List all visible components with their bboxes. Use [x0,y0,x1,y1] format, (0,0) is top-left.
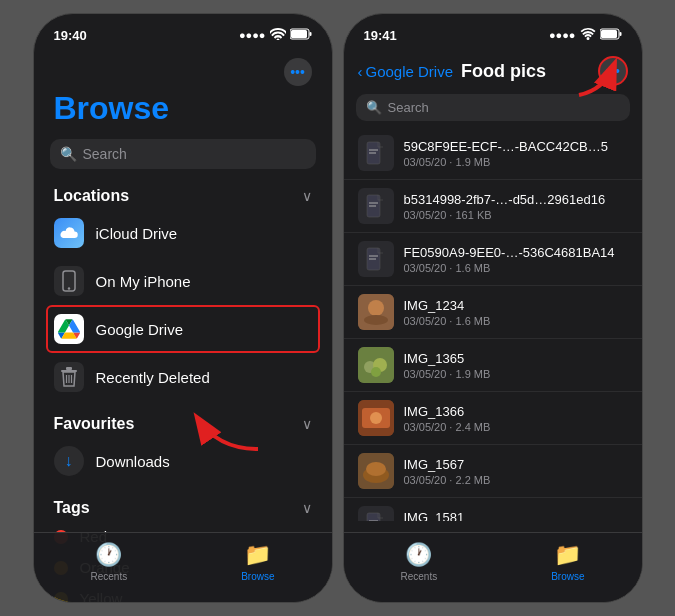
status-icons-left: ●●●● [239,28,312,43]
file-meta-5: 03/05/20 · 2.4 MB [404,421,628,433]
file-name-5: IMG_1366 [404,404,628,419]
tab-bar-left: 🕐 Recents 📁 Browse [34,532,332,602]
locations-chevron: ∨ [302,188,312,204]
tab-browse-left[interactable]: 📁 Browse [241,542,274,582]
file-item-7[interactable]: IMG_1581 03/05/20 · 2.4 MB [344,498,642,521]
back-chevron: ‹ [358,63,363,80]
file-thumb-4 [358,347,394,383]
food-pics-title: Food pics [461,61,589,82]
file-info-6: IMG_1567 03/05/20 · 2.2 MB [404,457,628,486]
file-meta-1: 03/05/20 · 161 KB [404,209,628,221]
file-name-3: IMG_1234 [404,298,628,313]
back-button[interactable]: ‹ Google Drive [358,63,454,80]
browse-icon-left: 📁 [244,542,271,568]
file-item-2[interactable]: FE0590A9-9EE0-…-536C4681BA14 03/05/20 · … [344,233,642,286]
tags-label: Tags [54,499,90,517]
file-thumb-0 [358,135,394,171]
svg-rect-5 [66,367,72,370]
svg-rect-2 [309,32,311,36]
recently-deleted-item[interactable]: Recently Deleted [34,353,332,401]
file-meta-0: 03/05/20 · 1.9 MB [404,156,628,168]
file-info-7: IMG_1581 03/05/20 · 2.4 MB [404,510,628,522]
search-icon-left: 🔍 [60,146,77,162]
gdrive-icon [54,314,84,344]
search-placeholder-right: Search [388,100,429,115]
file-thumb-7 [358,506,394,521]
time-right: 19:41 [364,28,397,43]
icloud-drive-item[interactable]: iCloud Drive [34,209,332,257]
file-name-1: b5314998-2fb7-…-d5d…2961ed16 [404,192,628,207]
svg-point-25 [368,300,384,316]
right-header: ‹ Google Drive Food pics ••• [344,50,642,92]
svg-rect-1 [291,30,307,38]
svg-point-36 [366,462,386,476]
signal-icon-right: ●●●● [549,29,576,41]
file-thumb-1 [358,188,394,224]
file-info-5: IMG_1366 03/05/20 · 2.4 MB [404,404,628,433]
battery-icon [290,28,312,43]
back-label: Google Drive [366,63,454,80]
icloud-label: iCloud Drive [96,225,178,242]
left-phone: 19:40 ●●●● ••• Browse 🔍 Search Locati [33,13,333,603]
iphone-item[interactable]: On My iPhone [34,257,332,305]
wifi-icon [270,28,286,43]
file-item-1[interactable]: b5314998-2fb7-…-d5d…2961ed16 03/05/20 · … [344,180,642,233]
file-thumb-5 [358,400,394,436]
file-meta-2: 03/05/20 · 1.6 MB [404,262,628,274]
locations-section-header: Locations ∨ [34,181,332,209]
file-thumb-6 [358,453,394,489]
tags-section-header: Tags ∨ [34,493,332,521]
wifi-icon-right [580,28,596,43]
search-placeholder-left: Search [83,146,127,162]
more-button-right[interactable]: ••• [598,56,628,86]
recents-icon-right: 🕐 [405,542,432,568]
recently-deleted-label: Recently Deleted [96,369,210,386]
tab-recents-left[interactable]: 🕐 Recents [90,542,127,582]
tags-chevron: ∨ [302,500,312,516]
file-item-0[interactable]: 59C8F9EE-ECF-…-BACC42CB…5 03/05/20 · 1.9… [344,127,642,180]
file-meta-3: 03/05/20 · 1.6 MB [404,315,628,327]
svg-point-30 [371,367,381,377]
svg-rect-12 [601,30,617,38]
signal-icon: ●●●● [239,29,266,41]
gdrive-label: Google Drive [96,321,184,338]
search-bar-right[interactable]: 🔍 Search [356,94,630,121]
file-name-6: IMG_1567 [404,457,628,472]
svg-point-26 [364,315,388,325]
file-item-6[interactable]: IMG_1567 03/05/20 · 2.2 MB [344,445,642,498]
favourites-chevron: ∨ [302,416,312,432]
file-item-3[interactable]: IMG_1234 03/05/20 · 1.6 MB [344,286,642,339]
favourites-label: Favourites [54,415,135,433]
tab-browse-right[interactable]: 📁 Browse [551,542,584,582]
browse-label-right: Browse [551,571,584,582]
right-phone: 19:41 ●●●● ‹ Google Drive Food pics ••• [343,13,643,603]
battery-icon-right [600,28,622,43]
icloud-icon [54,218,84,248]
more-button-left[interactable]: ••• [284,58,312,86]
favourites-section-header: Favourites ∨ [34,409,332,437]
svg-rect-13 [619,32,621,36]
downloads-item[interactable]: ↓ Downloads [34,437,332,485]
search-icon-right: 🔍 [366,100,382,115]
search-bar-left[interactable]: 🔍 Search [50,139,316,169]
file-item-4[interactable]: IMG_1365 03/05/20 · 1.9 MB [344,339,642,392]
recents-icon-left: 🕐 [95,542,122,568]
browse-label-left: Browse [241,571,274,582]
file-name-2: FE0590A9-9EE0-…-536C4681BA14 [404,245,628,260]
file-item-5[interactable]: IMG_1366 03/05/20 · 2.4 MB [344,392,642,445]
file-list: 59C8F9EE-ECF-…-BACC42CB…5 03/05/20 · 1.9… [344,127,642,521]
file-name-0: 59C8F9EE-ECF-…-BACC42CB…5 [404,139,628,154]
file-info-0: 59C8F9EE-ECF-…-BACC42CB…5 03/05/20 · 1.9… [404,139,628,168]
tab-bar-right: 🕐 Recents 📁 Browse [344,532,642,602]
status-bar-right: 19:41 ●●●● [344,14,642,50]
iphone-label: On My iPhone [96,273,191,290]
file-info-1: b5314998-2fb7-…-d5d…2961ed16 03/05/20 · … [404,192,628,221]
browse-icon-right: 📁 [554,542,581,568]
google-drive-item[interactable]: Google Drive [34,305,332,353]
recents-label-left: Recents [90,571,127,582]
tab-recents-right[interactable]: 🕐 Recents [400,542,437,582]
file-name-4: IMG_1365 [404,351,628,366]
downloads-icon: ↓ [54,446,84,476]
locations-label: Locations [54,187,130,205]
file-info-3: IMG_1234 03/05/20 · 1.6 MB [404,298,628,327]
